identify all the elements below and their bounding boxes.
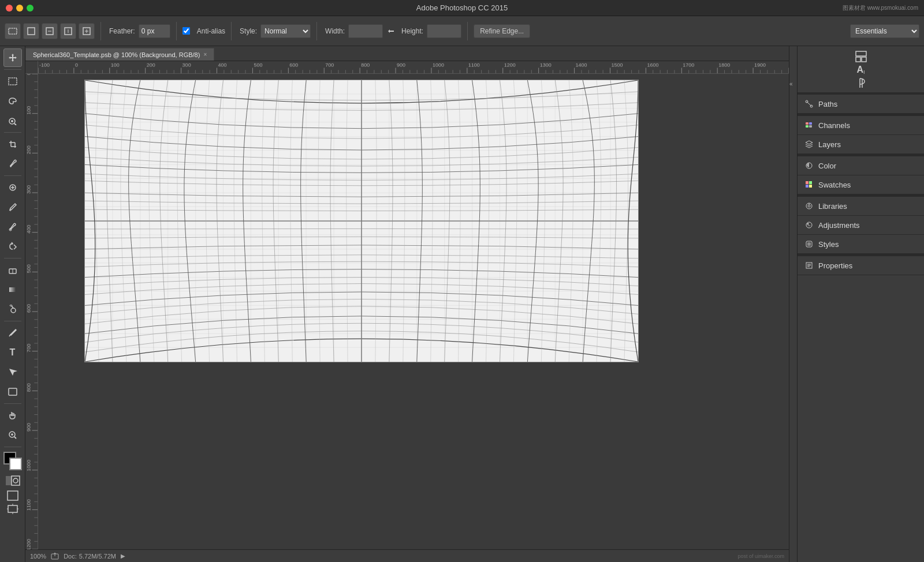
canvas-viewport[interactable]: many thin lines (38, 74, 789, 549)
tools-panel: T (0, 46, 25, 562)
libraries-label: Libraries (818, 202, 917, 211)
styles-panel-section: Styles (798, 235, 924, 254)
lasso-tool[interactable] (3, 92, 22, 110)
refine-edge-button[interactable]: Refine Edge... (474, 24, 530, 38)
app-title: Adobe Photoshop CC 2015 (416, 3, 508, 12)
tool-sep-4 (4, 258, 21, 258)
quick-mask-icon[interactable] (5, 474, 21, 489)
canvas-wrapper: many thin lines (25, 61, 789, 549)
workspace-select[interactable]: Essentials (850, 24, 919, 38)
panel-type-icon[interactable]: A I (853, 65, 869, 75)
separator-3 (231, 22, 232, 40)
adjustments-label: Adjustments (818, 221, 917, 230)
minimize-button[interactable] (16, 5, 23, 12)
properties-panel-header[interactable]: Properties (798, 256, 924, 275)
panel-paragraph-icon[interactable] (853, 77, 869, 89)
svg-rect-92 (806, 181, 808, 184)
tab-close-icon[interactable]: × (203, 51, 207, 58)
doc-size: 5.72M/5.72M (79, 553, 116, 560)
collapse-panel-button[interactable]: « (789, 46, 797, 562)
adjustments-panel-header[interactable]: Adjustments (798, 216, 924, 234)
close-button[interactable] (6, 5, 13, 12)
svg-point-100 (807, 223, 809, 225)
svg-rect-95 (809, 185, 812, 188)
layers-icon (804, 140, 814, 149)
properties-label: Properties (818, 261, 917, 270)
artboard-icon[interactable] (7, 504, 18, 516)
svg-rect-88 (806, 125, 808, 128)
paths-panel-header[interactable]: Paths (798, 95, 924, 113)
color-swatch-container[interactable] (3, 452, 22, 470)
paths-icon (804, 99, 814, 108)
paths-label: Paths (818, 100, 917, 108)
tool-sep-2 (4, 132, 21, 133)
channels-panel-header[interactable]: Channels (798, 116, 924, 134)
feather-input[interactable] (139, 24, 170, 38)
antialias-checkbox[interactable] (182, 27, 190, 35)
maximize-button[interactable] (27, 5, 33, 12)
history-brush-tool[interactable] (3, 237, 22, 256)
rectangular-marquee-tool[interactable] (3, 72, 22, 91)
swap-dimensions-icon[interactable] (386, 27, 396, 36)
styles-panel-header[interactable]: Styles (798, 235, 924, 253)
color-panel-header[interactable]: Color (798, 156, 924, 175)
swatches-panel-header[interactable]: Swatches (798, 175, 924, 194)
healing-brush-tool[interactable] (3, 178, 22, 197)
panel-layout-icon[interactable] (853, 51, 869, 62)
pen-tool[interactable] (3, 324, 22, 342)
tool-option-2[interactable] (42, 23, 58, 39)
separator-4 (316, 22, 317, 40)
eraser-tool[interactable] (3, 261, 22, 279)
canvas-image: many thin lines (84, 80, 639, 362)
screen-mode-icon[interactable] (7, 490, 18, 503)
style-select[interactable]: Normal Fixed Ratio Fixed Size (260, 24, 311, 38)
styles-icon (804, 239, 814, 249)
status-arrow[interactable]: ▶ (121, 553, 125, 559)
svg-rect-36 (8, 505, 17, 512)
hand-tool[interactable] (3, 406, 22, 425)
svg-rect-90 (809, 125, 812, 128)
svg-rect-89 (809, 122, 812, 125)
tool-option-4[interactable] (79, 23, 95, 39)
eyedropper-tool[interactable] (3, 155, 22, 173)
ruler-vertical-canvas (25, 74, 38, 549)
width-input[interactable] (348, 24, 383, 38)
antialias-label: Anti-alias (197, 27, 225, 35)
libraries-panel-header[interactable]: Libraries (798, 197, 924, 215)
crop-tool[interactable] (3, 135, 22, 153)
gradient-tool[interactable] (3, 280, 22, 299)
svg-point-24 (11, 308, 16, 313)
adjustments-icon (804, 220, 814, 230)
libraries-icon (804, 201, 814, 211)
dodge-tool[interactable] (3, 300, 22, 319)
svg-point-34 (13, 478, 18, 483)
path-select-tool[interactable] (3, 363, 22, 381)
svg-point-99 (806, 222, 812, 228)
separator-5 (467, 22, 468, 40)
background-color[interactable] (9, 458, 22, 470)
width-label: Width: (325, 27, 345, 35)
zoom-tool[interactable] (3, 426, 22, 444)
ruler-horizontal (38, 61, 789, 74)
share-icon[interactable] (51, 552, 59, 560)
layers-panel-header[interactable]: Layers (798, 135, 924, 153)
brush-tool[interactable] (3, 198, 22, 216)
height-label: Height: (401, 27, 423, 35)
tool-option-1[interactable] (23, 23, 39, 39)
clone-stamp-tool[interactable] (3, 218, 22, 236)
document-tab[interactable]: Spherical360_Template.psb @ 100% (Backgr… (25, 48, 214, 61)
quick-selection-tool[interactable] (3, 111, 22, 130)
color-panel-section: Color (798, 156, 924, 175)
swatches-label: Swatches (818, 181, 917, 189)
tool-option-3[interactable] (60, 23, 76, 39)
move-tool[interactable] (3, 48, 22, 67)
rectangular-marquee-tool-icon[interactable] (5, 23, 21, 39)
window-controls[interactable] (6, 5, 33, 12)
svg-rect-1 (28, 28, 35, 35)
type-tool[interactable]: T (3, 343, 22, 362)
tool-sep-5 (4, 321, 21, 321)
shape-tool[interactable] (3, 383, 22, 401)
feather-label: Feather: (109, 27, 135, 35)
style-label: Style: (240, 27, 257, 35)
height-input[interactable] (427, 24, 461, 38)
